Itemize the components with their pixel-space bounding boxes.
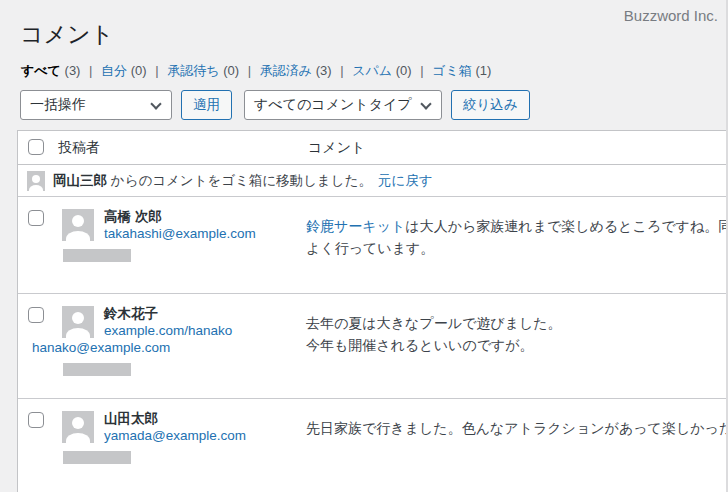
chevron-down-icon — [150, 98, 161, 109]
comment-cell: 去年の夏は大きなプールで遊びました。 今年も開催されるといいのですが。 — [298, 294, 728, 398]
table-header-row: 投稿者 コメント — [18, 131, 728, 165]
person-icon — [72, 417, 84, 429]
avatar — [62, 411, 94, 443]
row-checkbox[interactable] — [28, 210, 44, 226]
select-all-checkbox[interactable] — [28, 139, 44, 155]
redacted-ip — [63, 451, 131, 464]
column-header-comment: コメント — [298, 131, 728, 164]
row-checkbox[interactable] — [28, 412, 44, 428]
person-icon — [66, 328, 90, 338]
filter-pending[interactable]: 承認待ち (0) — [167, 63, 242, 78]
filter-approved[interactable]: 承認済み (3) — [260, 63, 335, 78]
comment-row: 高橋 次郎 takahashi@example.com 鈴鹿サーキットは大人から… — [18, 197, 728, 294]
chevron-down-icon — [420, 98, 431, 109]
author-cell: 鈴木花子 example.com/hanako hanako@example.c… — [52, 294, 298, 398]
filter-separator: | — [340, 63, 343, 78]
comment-status-filters: すべて (3) | 自分 (0) | 承認待ち (0) | 承認済み (3) |… — [21, 62, 491, 80]
bulk-actions-toolbar: 一括操作 適用 すべてのコメントタイプ 絞り込み — [20, 90, 530, 120]
comment-text: 去年の夏は大きなプールで遊びました。 — [306, 312, 728, 334]
page-title: コメント — [20, 20, 114, 50]
comment-cell: 先日家族で行きました。色んなアトラクションがあって楽しかったです — [298, 399, 728, 492]
author-cell: 山田太郎 yamada@example.com — [52, 399, 298, 492]
comment-inline-link[interactable]: 鈴鹿サーキット — [306, 218, 405, 234]
comment-type-select[interactable]: すべてのコメントタイプ — [244, 90, 442, 120]
comment-row: 鈴木花子 example.com/hanako hanako@example.c… — [18, 294, 728, 399]
comment-cell: 鈴鹿サーキットは大人から家族連れまで楽しめるところですね。同じ県 よく行っていま… — [298, 197, 728, 293]
column-header-author[interactable]: 投稿者 — [52, 131, 298, 164]
person-icon — [66, 433, 90, 443]
trash-undo-notice: 岡山三郎 からのコメントをゴミ箱に移動しました。 元に戻す — [18, 165, 728, 197]
avatar — [62, 209, 94, 241]
comment-row: 山田太郎 yamada@example.com 先日家族で行きました。色んなアト… — [18, 399, 728, 492]
site-name: Buzzword Inc. — [624, 7, 718, 24]
avatar — [62, 306, 94, 338]
notice-text: 岡山三郎 からのコメントをゴミ箱に移動しました。 — [53, 172, 372, 190]
apply-button[interactable]: 適用 — [181, 90, 232, 120]
person-icon — [32, 175, 40, 183]
filter-button[interactable]: 絞り込み — [451, 90, 530, 120]
undo-link[interactable]: 元に戻す — [378, 172, 433, 190]
comment-text: 今年も開催されるといいのですが。 — [306, 334, 728, 356]
comments-table: 投稿者 コメント 岡山三郎 からのコメントをゴミ箱に移動しました。 元に戻す 高… — [17, 130, 728, 492]
comment-text: よく行っています。 — [306, 237, 728, 259]
avatar — [27, 171, 45, 191]
filter-separator: | — [155, 63, 158, 78]
bulk-action-select[interactable]: 一括操作 — [20, 90, 172, 120]
comment-text: 先日家族で行きました。色んなアトラクションがあって楽しかったです — [306, 417, 728, 439]
author-cell: 高橋 次郎 takahashi@example.com — [52, 197, 298, 293]
select-all-cell — [18, 131, 52, 164]
filter-all[interactable]: すべて (3) — [21, 63, 84, 78]
comments-admin-page: Buzzword Inc. コメント すべて (3) | 自分 (0) | 承認… — [0, 0, 728, 492]
filter-separator: | — [420, 63, 423, 78]
filter-trash[interactable]: ゴミ箱 (1) — [432, 63, 491, 78]
person-icon — [72, 312, 84, 324]
filter-spam[interactable]: スパム (0) — [352, 63, 415, 78]
filter-mine[interactable]: 自分 (0) — [101, 63, 150, 78]
filter-separator: | — [89, 63, 92, 78]
author-email: hanako@example.com — [32, 339, 298, 356]
person-icon — [66, 231, 90, 241]
redacted-ip — [63, 249, 131, 262]
comment-text: 鈴鹿サーキットは大人から家族連れまで楽しめるところですね。同じ県 — [306, 215, 728, 237]
filter-separator: | — [248, 63, 251, 78]
row-checkbox[interactable] — [28, 307, 44, 323]
person-icon — [29, 185, 43, 191]
person-icon — [72, 215, 84, 227]
redacted-ip — [63, 363, 131, 376]
